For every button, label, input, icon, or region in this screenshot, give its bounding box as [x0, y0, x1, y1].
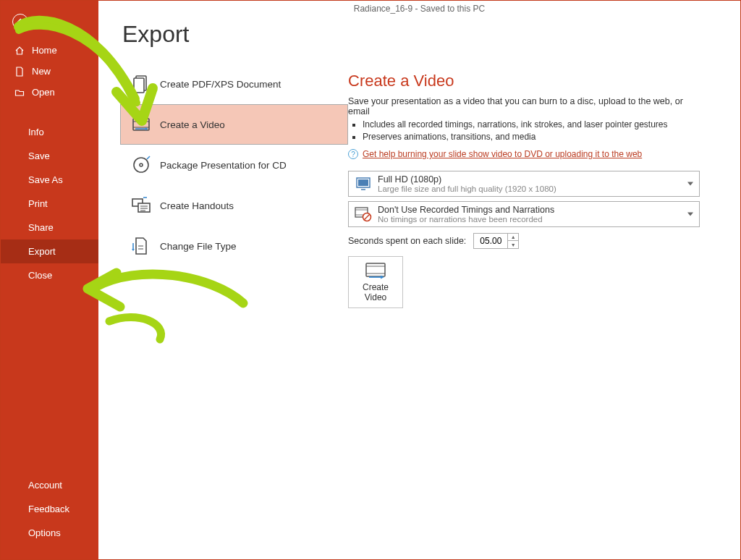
sidebar-item-new[interactable]: New	[1, 61, 98, 82]
bullet-item: Includes all recorded timings, narration…	[363, 119, 700, 130]
sidebar-item-account[interactable]: Account	[1, 473, 98, 497]
detail-title: Create a Video	[348, 72, 700, 90]
sidebar-item-label: Open	[32, 87, 55, 98]
handouts-icon	[128, 195, 154, 216]
svg-point-4	[140, 164, 143, 166]
home-icon	[14, 46, 25, 56]
combo-title: Full HD (1080p)	[378, 174, 695, 184]
chevron-down-icon	[687, 182, 693, 186]
detail-bullets: Includes all recorded timings, narration…	[363, 119, 700, 142]
backstage-sidebar: Home New Open Info Save Save As Print Sh…	[1, 1, 98, 559]
back-button[interactable]	[12, 14, 28, 30]
option-handouts[interactable]: Create Handouts	[120, 185, 348, 226]
sidebar-item-label: Home	[32, 45, 57, 56]
help-icon: ?	[348, 149, 358, 159]
seconds-spinner[interactable]: ▲ ▼	[473, 233, 519, 249]
monitor-icon	[353, 176, 373, 192]
svg-rect-11	[366, 263, 385, 276]
help-link[interactable]: Get help burning your slide show video t…	[363, 149, 642, 159]
svg-rect-8	[358, 179, 368, 186]
combo-subtitle: Large file size and full high quality (1…	[378, 184, 695, 193]
export-detail-pane: Create a Video Save your presentation as…	[348, 1, 740, 559]
video-quality-dropdown[interactable]: Full HD (1080p) Large file size and full…	[348, 171, 700, 197]
create-video-label: CreateVideo	[363, 283, 389, 303]
option-label: Change File Type	[160, 241, 237, 252]
combo-subtitle: No timings or narrations have been recor…	[378, 215, 695, 224]
sidebar-item-close[interactable]: Close	[1, 263, 98, 287]
detail-description: Save your presentation as a video that y…	[348, 96, 700, 116]
option-label: Package Presentation for CD	[160, 160, 287, 171]
spinner-up[interactable]: ▲	[508, 234, 518, 241]
option-create-video[interactable]: Create a Video	[120, 104, 348, 145]
pdf-icon	[128, 74, 154, 94]
create-video-button[interactable]: CreateVideo	[348, 256, 403, 308]
combo-title: Don't Use Recorded Timings and Narration…	[378, 205, 695, 215]
sidebar-item-saveas[interactable]: Save As	[1, 168, 98, 192]
seconds-input[interactable]	[474, 236, 507, 246]
spinner-down[interactable]: ▼	[508, 241, 518, 248]
sidebar-item-options[interactable]: Options	[1, 521, 98, 545]
option-label: Create a Video	[160, 119, 225, 130]
option-label: Create Handouts	[160, 200, 234, 211]
open-icon	[14, 88, 25, 98]
sidebar-item-label: New	[32, 66, 51, 77]
sidebar-item-home[interactable]: Home	[1, 40, 98, 61]
option-label: Create PDF/XPS Document	[160, 79, 281, 90]
export-options-column: Export Create PDF/XPS Document Create a …	[98, 1, 348, 559]
sidebar-item-export[interactable]: Export	[1, 239, 98, 263]
sidebar-item-print[interactable]: Print	[1, 192, 98, 216]
seconds-label: Seconds spent on each slide:	[348, 236, 466, 246]
window-title: Radiance_16-9 - Saved to this PC	[98, 1, 740, 17]
sidebar-item-info[interactable]: Info	[1, 120, 98, 144]
no-timings-icon	[353, 206, 373, 222]
sidebar-item-open[interactable]: Open	[1, 82, 98, 103]
page-title: Export	[122, 21, 348, 48]
option-change-filetype[interactable]: Change File Type	[120, 226, 348, 266]
sidebar-item-feedback[interactable]: Feedback	[1, 497, 98, 521]
svg-rect-1	[134, 78, 144, 93]
video-icon	[128, 114, 154, 135]
option-package-cd[interactable]: Package Presentation for CD	[120, 145, 348, 185]
timings-dropdown[interactable]: Don't Use Recorded Timings and Narration…	[348, 201, 700, 227]
sidebar-item-share[interactable]: Share	[1, 216, 98, 239]
option-create-pdf[interactable]: Create PDF/XPS Document	[120, 64, 348, 104]
chevron-down-icon	[687, 213, 693, 216]
svg-point-3	[134, 158, 148, 172]
filetype-icon	[128, 236, 154, 256]
sidebar-item-save[interactable]: Save	[1, 144, 98, 168]
cd-icon	[128, 155, 154, 175]
bullet-item: Preserves animations, transitions, and m…	[363, 132, 700, 142]
new-icon	[14, 67, 25, 77]
